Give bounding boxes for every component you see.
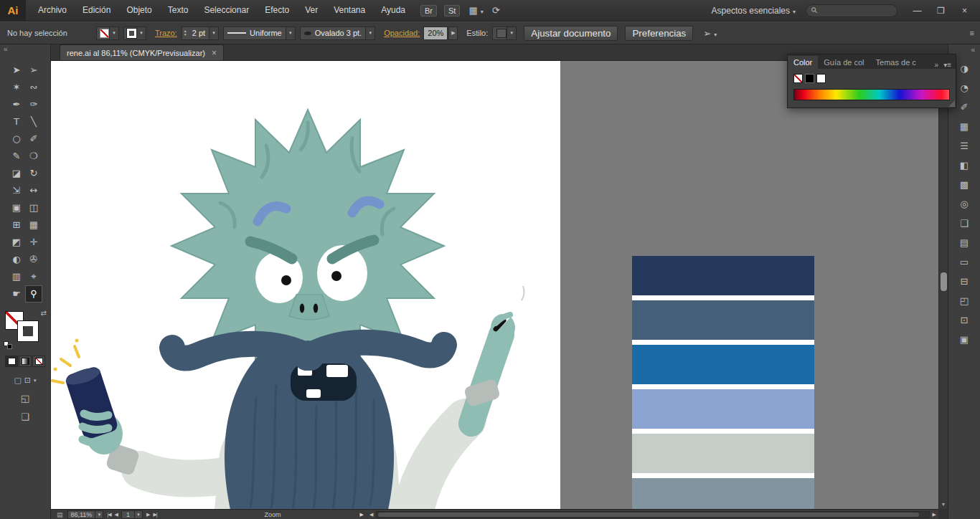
document-tab[interactable]: rene.ai al 86,11% (CMYK/Previsualizar) × <box>60 44 224 60</box>
menu-objeto[interactable]: Objeto <box>118 0 159 21</box>
next-artboard-button[interactable]: ▶ <box>146 512 149 518</box>
artboard-number-dropdown[interactable]: 1 ▼ <box>121 510 143 519</box>
artboard-tool[interactable]: ⌖ <box>25 268 42 285</box>
curvature-tool[interactable]: ✑ <box>25 96 42 113</box>
swatches-panel-icon[interactable]: ▦ <box>956 120 973 134</box>
tab-overflow-icon[interactable]: » <box>935 61 939 69</box>
services-icon[interactable]: ⟳ <box>492 5 500 16</box>
brushes-panel-icon[interactable]: ✐ <box>956 100 973 115</box>
opacity-input[interactable]: 20% <box>423 27 448 40</box>
arrange-documents-icon[interactable]: ▦ <box>468 5 483 16</box>
draw-behind-button[interactable]: ⊡ <box>24 376 31 385</box>
default-fill-stroke-icon[interactable] <box>4 341 12 349</box>
black-swatch[interactable] <box>805 74 814 83</box>
menu-ventana[interactable]: Ventana <box>326 0 373 21</box>
pasteboard[interactable] <box>51 61 938 509</box>
links-panel-icon[interactable]: ⊡ <box>956 313 973 328</box>
stock-button[interactable]: St <box>444 5 460 16</box>
menu-ayuda[interactable]: Ayuda <box>373 0 413 21</box>
eraser-tool[interactable]: ◪ <box>8 165 25 182</box>
white-swatch[interactable] <box>816 74 826 83</box>
vertical-scrollbar-thumb[interactable] <box>941 272 947 291</box>
workspace-switcher[interactable]: Aspectos esenciales <box>712 6 796 16</box>
type-tool[interactable]: T <box>8 113 25 130</box>
navigator-panel-icon[interactable]: ▣ <box>956 333 973 347</box>
blob-brush-tool[interactable]: ❍ <box>25 148 42 165</box>
horizontal-scrollbar[interactable]: ◀ ▶ <box>367 510 938 519</box>
gradient-tool[interactable]: ◩ <box>8 234 25 251</box>
pathfinder-panel-icon[interactable]: ◰ <box>956 294 973 308</box>
scroll-down-icon[interactable]: ▼ <box>939 500 948 509</box>
paintbrush-tool[interactable]: ✐ <box>25 130 42 148</box>
control-panel-menu-icon[interactable]: ≡ <box>970 29 974 37</box>
swap-fill-stroke-icon[interactable]: ⇄ <box>41 309 47 317</box>
menu-ver[interactable]: Ver <box>297 0 326 21</box>
mesh-tool[interactable]: ▦ <box>25 216 42 234</box>
opacity-flyout-arrow[interactable]: ▶ <box>448 27 458 40</box>
stroke-swatch[interactable] <box>18 321 38 341</box>
panel-tab-guia-de-color[interactable]: Guía de col <box>818 56 870 69</box>
close-button[interactable]: × <box>955 4 974 18</box>
zoom-level-dropdown[interactable]: 86,11% ▼ <box>67 510 104 519</box>
last-artboard-button[interactable]: ▶| <box>153 512 156 518</box>
toolbar-collapse-arrows[interactable]: « <box>0 44 50 56</box>
artboard-canvas[interactable] <box>51 61 560 509</box>
search-input[interactable] <box>821 6 890 15</box>
appearance-panel-icon[interactable]: ◎ <box>956 197 973 211</box>
bridge-button[interactable]: Br <box>420 5 437 16</box>
zoom-tool[interactable]: ⚲ <box>25 285 42 303</box>
blend-tool[interactable]: ◐ <box>8 251 25 268</box>
panel-tab-color[interactable]: Color <box>788 56 818 69</box>
panel-tab-temas-de-color[interactable]: Temas de c <box>870 56 922 69</box>
pencil-tool[interactable]: ✎ <box>8 148 25 165</box>
vertical-scrollbar[interactable]: ▲ ▼ <box>938 61 948 509</box>
stepper-icon[interactable]: ▲▼ <box>182 29 189 37</box>
horizontal-scrollbar-thumb[interactable] <box>378 513 919 517</box>
fill-color-dropdown[interactable] <box>96 27 119 40</box>
color-button[interactable] <box>5 356 18 367</box>
gradient-panel-icon[interactable]: ◧ <box>956 158 973 173</box>
line-segment-tool[interactable]: ╲ <box>25 113 42 130</box>
scroll-left-icon[interactable]: ◀ <box>367 512 375 518</box>
first-artboard-button[interactable]: |◀ <box>107 512 110 518</box>
status-flyout-arrow[interactable]: ▶ <box>360 512 364 518</box>
layers-panel-icon[interactable]: ▤ <box>956 236 973 250</box>
stroke-color-dropdown[interactable] <box>123 27 146 40</box>
menu-texto[interactable]: Texto <box>160 0 197 21</box>
shape-builder-tool[interactable]: ◫ <box>25 199 42 216</box>
magic-wand-tool[interactable]: ✶ <box>8 79 25 96</box>
lasso-tool[interactable]: ∾ <box>25 79 42 96</box>
stroke-weight-dropdown[interactable]: ▲▼ 2 pt <box>182 27 219 40</box>
opacity-panel-link[interactable]: Opacidad: <box>384 29 420 37</box>
none-button[interactable] <box>32 356 45 367</box>
graphic-styles-panel-icon[interactable]: ❑ <box>956 216 973 231</box>
color-guide-panel-icon[interactable]: ◔ <box>956 81 973 95</box>
select-similar-button[interactable]: ➢ <box>703 28 717 39</box>
rotate-tool[interactable]: ↻ <box>25 165 42 182</box>
pen-tool[interactable]: ✒ <box>8 96 25 113</box>
selection-tool[interactable]: ➤ <box>8 62 25 79</box>
change-screen-mode-button[interactable]: ◱ <box>0 393 50 404</box>
scale-tool[interactable]: ⇲ <box>8 182 25 199</box>
panel-resize-grip[interactable] <box>948 100 955 107</box>
direct-selection-tool[interactable]: ➢ <box>25 62 42 79</box>
horizontal-scrollbar-track[interactable] <box>376 511 929 518</box>
draw-normal-button[interactable]: ▢ <box>14 376 21 385</box>
menu-archivo[interactable]: Archivo <box>30 0 75 21</box>
fit-document-button[interactable]: Ajustar documento <box>524 26 618 41</box>
perspective-grid-tool[interactable]: ⊞ <box>8 216 25 234</box>
color-spectrum-bar[interactable] <box>793 89 950 100</box>
drawing-modes-arrow[interactable]: ▾ <box>34 378 37 384</box>
align-panel-icon[interactable]: ⊟ <box>956 275 973 289</box>
brush-definition-dropdown[interactable]: Ovalado 3 pt. <box>300 27 375 40</box>
stroke-panel-icon[interactable]: ☰ <box>956 139 973 153</box>
hand-tool[interactable]: ☛ <box>8 285 25 303</box>
panel-menu-icon[interactable]: ▾≡ <box>943 61 951 69</box>
width-tool[interactable]: ↔ <box>25 182 42 199</box>
status-menu-icon[interactable]: ▤ <box>57 511 63 518</box>
width-profile-dropdown[interactable]: Uniforme <box>223 27 296 40</box>
free-transform-tool[interactable]: ▣ <box>8 199 25 216</box>
eyedropper-tool[interactable]: ✛ <box>25 234 42 251</box>
menu-edicion[interactable]: Edición <box>75 0 118 21</box>
search-box[interactable]: ⚲ <box>806 4 897 17</box>
